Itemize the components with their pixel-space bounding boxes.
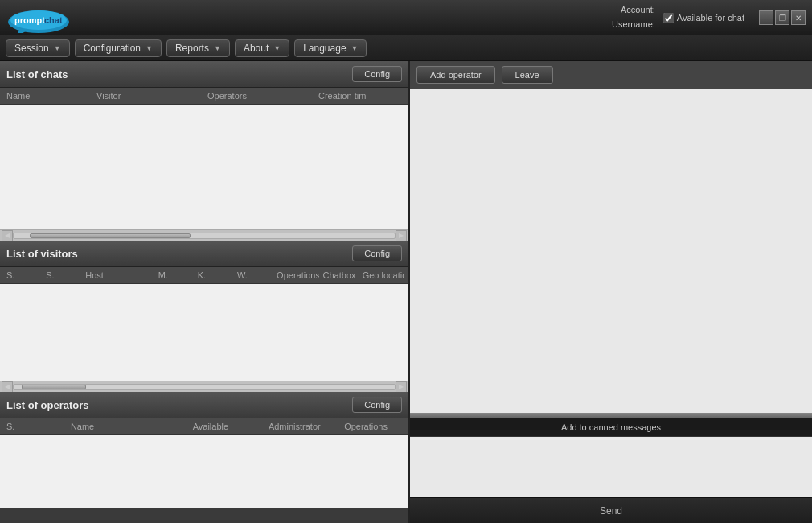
account-area: Account: Username: Available for chat — … xyxy=(612,3,806,31)
menubar: Session ▼ Configuration ▼ Reports ▼ Abou… xyxy=(0,35,812,61)
titlebar: prompt chat Account: Username: Available… xyxy=(0,0,812,35)
restore-button[interactable]: ❐ xyxy=(775,10,789,25)
operators-col-operations: Operations xyxy=(341,421,405,432)
chats-col-visitor: Visitor xyxy=(93,90,204,101)
visitors-scroll-right[interactable]: ▶ xyxy=(396,381,407,393)
visitors-scroll-thumb[interactable] xyxy=(22,385,86,389)
language-arrow: ▼ xyxy=(351,44,359,52)
chats-table-header: Name Visitor Operators Creation tim xyxy=(0,88,408,105)
minimize-button[interactable]: — xyxy=(759,10,773,25)
session-label: Session xyxy=(14,43,49,54)
visitors-scroll-track[interactable] xyxy=(13,384,396,390)
close-button[interactable]: ✕ xyxy=(791,10,806,25)
canned-messages-bar[interactable]: Add to canned messages xyxy=(410,418,812,437)
chats-scrollbar[interactable]: ◀ ▶ xyxy=(0,229,408,241)
chats-header: List of chats Config xyxy=(0,61,408,88)
chats-title: List of chats xyxy=(6,68,68,80)
send-bar: Send xyxy=(410,497,812,523)
window-controls: — ❐ ✕ xyxy=(759,10,806,25)
operators-table-header: S. Name Available Administrator Operatio… xyxy=(0,418,408,435)
visitors-scroll-left[interactable]: ◀ xyxy=(2,381,13,393)
available-checkbox[interactable] xyxy=(663,13,674,23)
visitors-col-geo: Geo location xyxy=(359,270,405,281)
leave-button[interactable]: Leave xyxy=(502,66,553,84)
chat-topbar: Add operator Leave xyxy=(410,61,812,89)
visitors-col-host: Host xyxy=(82,270,154,281)
chats-section: List of chats Config Name Visitor Operat… xyxy=(0,61,408,241)
visitors-title: List of visitors xyxy=(6,248,78,260)
operators-config-button[interactable]: Config xyxy=(352,397,402,413)
account-label: Account: xyxy=(612,3,655,18)
configuration-arrow: ▼ xyxy=(146,44,153,52)
chats-scroll-right[interactable]: ▶ xyxy=(396,230,407,241)
chats-scroll-thumb[interactable] xyxy=(30,233,191,238)
visitors-section: List of visitors Config S. S. Host M. K.… xyxy=(0,241,408,392)
menu-session[interactable]: Session ▼ xyxy=(6,39,70,57)
operators-col-admin: Administrator xyxy=(265,421,341,432)
visitors-col-k: K. xyxy=(195,270,234,281)
add-operator-button[interactable]: Add operator xyxy=(416,66,495,84)
visitors-table-header: S. S. Host M. K. W. Operations Chatbox G… xyxy=(0,267,408,284)
operators-table-area xyxy=(0,435,408,508)
chats-table-area xyxy=(0,105,408,229)
visitors-config-button[interactable]: Config xyxy=(352,245,402,262)
right-panel: Add operator Leave Add to canned message… xyxy=(410,61,812,523)
configuration-label: Configuration xyxy=(84,43,141,54)
language-label: Language xyxy=(303,43,346,54)
promptchat-logo: prompt chat xyxy=(6,2,71,33)
main-area: List of chats Config Name Visitor Operat… xyxy=(0,61,812,523)
operators-title: List of operators xyxy=(6,399,89,411)
visitors-table-area xyxy=(0,284,408,381)
send-button[interactable]: Send xyxy=(576,502,646,520)
visitors-header: List of visitors Config xyxy=(0,241,408,267)
chats-config-button[interactable]: Config xyxy=(352,66,402,82)
chat-messages[interactable] xyxy=(410,89,812,413)
visitors-scrollbar[interactable]: ◀ ▶ xyxy=(0,381,408,392)
reports-label: Reports xyxy=(175,43,209,54)
chats-col-creation: Creation tim xyxy=(315,90,405,101)
operators-col-s: S. xyxy=(3,421,68,432)
about-arrow: ▼ xyxy=(273,44,281,52)
chats-col-name: Name xyxy=(3,90,93,101)
menu-reports[interactable]: Reports ▼ xyxy=(166,39,230,57)
menu-language[interactable]: Language ▼ xyxy=(294,39,367,57)
visitors-col-w: W. xyxy=(234,270,273,281)
available-label: Available for chat xyxy=(677,13,744,23)
account-labels: Account: Username: xyxy=(612,3,655,31)
svg-text:chat: chat xyxy=(44,15,63,25)
about-label: About xyxy=(244,43,269,54)
operators-col-name: Name xyxy=(68,421,190,432)
available-for-chat-area[interactable]: Available for chat xyxy=(663,13,744,23)
operators-col-available: Available xyxy=(190,421,265,432)
chats-col-operators: Operators xyxy=(204,90,315,101)
chats-scroll-track[interactable] xyxy=(13,233,396,239)
operators-section: List of operators Config S. Name Availab… xyxy=(0,392,408,523)
operators-header: List of operators Config xyxy=(0,392,408,418)
chat-input-area[interactable] xyxy=(410,437,812,497)
logo-area: prompt chat xyxy=(6,2,71,33)
visitors-col-operations: Operations xyxy=(273,270,319,281)
visitors-col-s1: S. xyxy=(3,270,43,281)
chats-scroll-left[interactable]: ◀ xyxy=(2,230,13,241)
visitors-col-s2: S. xyxy=(43,270,82,281)
menu-configuration[interactable]: Configuration ▼ xyxy=(75,39,162,57)
left-panel: List of chats Config Name Visitor Operat… xyxy=(0,61,410,523)
session-arrow: ▼ xyxy=(54,44,61,52)
reports-arrow: ▼ xyxy=(214,44,221,52)
menu-about[interactable]: About ▼ xyxy=(235,39,289,57)
svg-text:prompt: prompt xyxy=(14,15,45,25)
visitors-col-m: M. xyxy=(155,270,195,281)
username-label: Username: xyxy=(612,18,655,32)
visitors-col-chatbox: Chatbox xyxy=(319,270,359,281)
